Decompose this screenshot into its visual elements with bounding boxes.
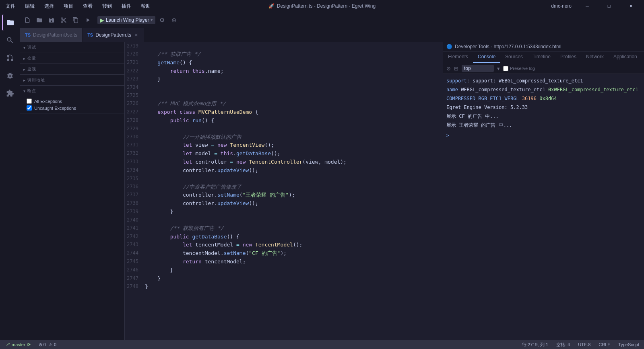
- menu-view[interactable]: 查看: [81, 2, 94, 10]
- status-position[interactable]: 行 2719, 列 1: [520, 342, 550, 348]
- svg-point-1: [7, 55, 9, 57]
- console-line-3: COMPRESSED_RGB_ETC1_WEBGL 36196 0x8d64: [446, 94, 641, 103]
- console-line-1: support: support: WEBGL_compressed_textu…: [446, 76, 641, 85]
- preserve-log-checkbox[interactable]: [503, 66, 508, 71]
- chevron-down-icon: ▾: [23, 45, 26, 50]
- activity-search-icon[interactable]: [2, 32, 18, 48]
- sidebar-header-breakpoints[interactable]: ▾ 断点: [20, 86, 124, 96]
- activity-explorer-icon[interactable]: [2, 14, 18, 31]
- chevron-right-icon-call: ▸: [23, 78, 26, 82]
- git-branch-name: master: [12, 342, 25, 347]
- console-line-6: 展示 王者荣耀 的广告 中...: [446, 121, 641, 129]
- tab-label-2: DesignPattern.ts: [95, 32, 131, 38]
- devtools-tab-sources[interactable]: Sources: [500, 51, 528, 63]
- menu-select[interactable]: 选择: [43, 2, 56, 10]
- tab-bar: TS DesignPatternUse.ts TS DesignPattern.…: [20, 28, 644, 42]
- sidebar: ▾ 调试 ▸ 变量 ▸ 监视 ▸ 调用地址 ▾ 断点: [20, 42, 125, 340]
- menu-edit[interactable]: 编辑: [23, 2, 36, 10]
- top-toolbar: ▶ Launch Wing Player ▾ ⚙ ⊕: [20, 12, 644, 28]
- chevron-down-icon-bp: ▾: [23, 89, 26, 93]
- close-button[interactable]: ✕: [621, 0, 640, 12]
- sidebar-header-variables[interactable]: ▸ 变量: [20, 53, 124, 64]
- devtools-tab-application[interactable]: Application: [609, 51, 642, 63]
- devtools-console[interactable]: support: support: WEBGL_compressed_textu…: [443, 74, 644, 340]
- uncaught-exceptions-checkbox[interactable]: [27, 105, 32, 111]
- git-branch-icon: ⎇: [5, 342, 10, 347]
- breakpoint-all-exceptions[interactable]: All Exceptions: [27, 98, 118, 105]
- error-count: 0: [43, 342, 46, 347]
- svg-point-2: [7, 59, 9, 61]
- sidebar-header-watch[interactable]: ▸ 监视: [20, 64, 124, 74]
- new-file-icon[interactable]: [22, 14, 33, 26]
- devtools-toolbar: ⊘ ⊟ ▾ Preserve log: [443, 63, 644, 74]
- open-file-icon[interactable]: [34, 14, 45, 26]
- main-area: ▾ 调试 ▸ 变量 ▸ 监视 ▸ 调用地址 ▾ 断点: [20, 42, 644, 340]
- breakpoints-list: All Exceptions Uncaught Exceptions: [20, 96, 124, 113]
- activity-extensions-icon[interactable]: [2, 85, 18, 101]
- breakpoint-uncaught-exceptions[interactable]: Uncaught Exceptions: [27, 105, 118, 111]
- titlebar: 文件 编辑 选择 项目 查看 转到 插件 帮助 🚀 DesignPattern.…: [0, 0, 644, 12]
- status-encoding[interactable]: UTF-8: [576, 342, 592, 347]
- devtools-tab-console[interactable]: Console: [473, 51, 500, 63]
- play-icon: ▶: [100, 17, 104, 23]
- devtools-tab-profiles[interactable]: Profiles: [555, 51, 581, 63]
- tab-design-pattern[interactable]: TS DesignPattern.ts ✕: [83, 28, 144, 42]
- preserve-log-label[interactable]: Preserve log: [503, 66, 535, 71]
- status-line-ending[interactable]: CRLF: [597, 342, 612, 347]
- settings-icon[interactable]: ⚙: [156, 14, 167, 26]
- devtools-tab-network[interactable]: Network: [581, 51, 609, 63]
- sidebar-section-watch: ▸ 监视: [20, 64, 124, 75]
- status-bar: ⎇ master ⟳ ⊗ 0 ⚠ 0 行 2719, 列 1 空格: 4 UTF…: [0, 340, 644, 349]
- status-git-branch[interactable]: ⎇ master ⟳: [3, 342, 32, 347]
- run-button[interactable]: ▶ Launch Wing Player ▾: [97, 16, 155, 24]
- filter-dropdown-icon[interactable]: ▾: [497, 66, 500, 72]
- copy-icon[interactable]: [70, 14, 81, 26]
- tab-close-button[interactable]: ✕: [134, 32, 139, 39]
- stop-icon[interactable]: ⊘: [446, 66, 451, 72]
- launch-icon[interactable]: ⊕: [168, 14, 180, 26]
- devtools-titlebar: 🔵 Developer Tools - http://127.0.0.1:534…: [443, 42, 644, 51]
- all-exceptions-checkbox[interactable]: [27, 99, 32, 104]
- console-line-2: name WEBGL_compressed_texture_etc1 0xWEB…: [446, 85, 641, 94]
- activity-source-control-icon[interactable]: [2, 50, 18, 66]
- filter-input[interactable]: [462, 65, 494, 72]
- status-spaces[interactable]: 空格: 4: [555, 342, 572, 348]
- menu-file[interactable]: 文件: [4, 2, 17, 10]
- activity-bar: [0, 12, 20, 340]
- run-dropdown-icon: ▾: [151, 17, 153, 23]
- tab-design-pattern-use[interactable]: TS DesignPatternUse.ts: [20, 28, 83, 42]
- sidebar-section-debug: ▾ 调试: [20, 42, 124, 53]
- maximize-button[interactable]: □: [600, 0, 618, 12]
- run-icon[interactable]: [82, 14, 93, 26]
- sidebar-section-breakpoints: ▾ 断点 All Exceptions Uncaught Exceptions: [20, 86, 124, 113]
- menu-project[interactable]: 项目: [62, 2, 75, 10]
- console-prompt[interactable]: >: [446, 131, 641, 140]
- menu-help[interactable]: 帮助: [139, 2, 152, 10]
- activity-debug-icon[interactable]: [2, 68, 18, 84]
- ts-icon-1: TS: [25, 33, 31, 37]
- devtools-tab-elements[interactable]: Elements: [443, 51, 473, 63]
- cut-icon[interactable]: [58, 14, 69, 26]
- warning-count: 0: [54, 342, 56, 347]
- filter-icon[interactable]: ⊟: [454, 66, 458, 72]
- console-line-5: 展示 CF 的广告 中...: [446, 112, 641, 121]
- all-exceptions-label: All Exceptions: [34, 99, 62, 104]
- status-language[interactable]: TypeScript: [617, 342, 641, 347]
- run-label: Launch Wing Player: [106, 17, 149, 23]
- menu-goto[interactable]: 转到: [101, 2, 114, 10]
- svg-point-0: [11, 59, 13, 61]
- sidebar-header-debug[interactable]: ▾ 调试: [20, 42, 124, 53]
- minimize-button[interactable]: ─: [578, 0, 597, 12]
- devtools-tab-security[interactable]: Security: [642, 51, 644, 63]
- sidebar-section-callstack: ▸ 调用地址: [20, 75, 124, 86]
- title-icon: 🚀: [268, 3, 275, 9]
- sidebar-debug-label: 调试: [27, 45, 36, 50]
- devtools-tabs: Elements Console Sources Timeline Profil…: [443, 51, 644, 63]
- status-left: ⎇ master ⟳ ⊗ 0 ⚠ 0: [3, 342, 58, 347]
- devtools-tab-timeline[interactable]: Timeline: [528, 51, 555, 63]
- sidebar-variables-label: 变量: [27, 55, 36, 61]
- sidebar-header-callstack[interactable]: ▸ 调用地址: [20, 75, 124, 85]
- menu-plugins[interactable]: 插件: [120, 2, 133, 10]
- status-errors[interactable]: ⊗ 0 ⚠ 0: [37, 342, 58, 347]
- save-icon[interactable]: [46, 14, 57, 26]
